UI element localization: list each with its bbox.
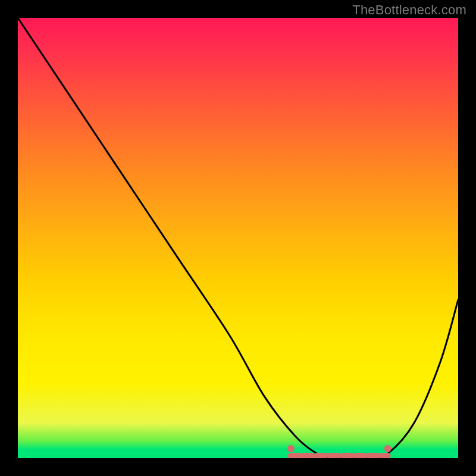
svg-point-1: [287, 445, 295, 452]
plot-area: [18, 18, 458, 458]
watermark-text: TheBottleneck.com: [352, 2, 466, 18]
highlight-band: [287, 445, 392, 456]
chart-container: TheBottleneck.com: [0, 0, 476, 476]
curve-svg: [18, 18, 458, 458]
svg-point-2: [384, 445, 392, 452]
bottleneck-curve-line: [18, 18, 458, 458]
